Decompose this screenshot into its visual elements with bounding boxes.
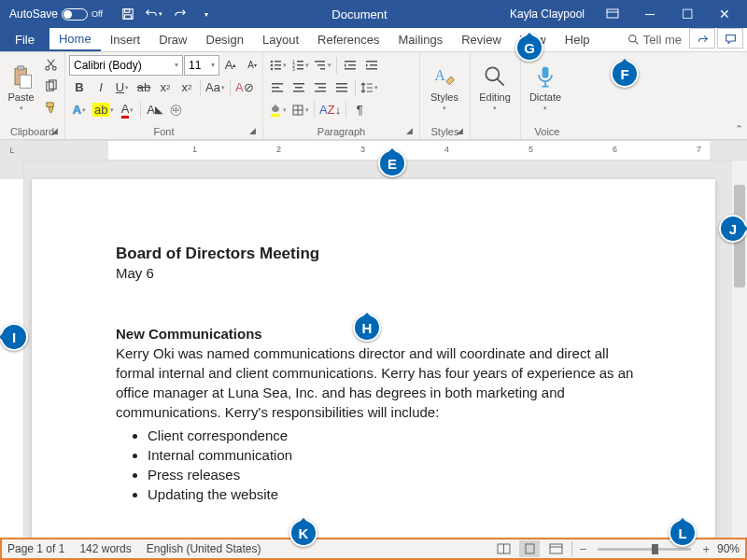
italic-icon[interactable]: I (91, 77, 111, 98)
redo-icon[interactable] (168, 3, 192, 25)
svg-rect-37 (295, 87, 303, 89)
group-paragraph: 123 AZ↓ ¶ Para (263, 52, 420, 139)
line-spacing-icon[interactable] (359, 77, 380, 98)
svg-rect-26 (320, 68, 325, 70)
superscript-icon[interactable]: x2 (176, 77, 197, 98)
svg-rect-27 (345, 61, 356, 63)
borders-icon[interactable] (289, 100, 311, 120)
bullets-icon[interactable] (267, 55, 289, 76)
group-label-font: Font (69, 126, 259, 139)
paragraph-launcher-icon[interactable]: ◢ (406, 126, 417, 137)
svg-rect-44 (336, 91, 347, 92)
align-right-icon[interactable] (310, 77, 331, 98)
paste-button[interactable]: Paste ▾ (4, 54, 38, 121)
svg-rect-25 (317, 64, 325, 66)
subscript-icon[interactable]: x2 (155, 77, 176, 98)
tab-help[interactable]: Help (556, 28, 599, 51)
horizontal-ruler[interactable]: L 1 2 3 4 5 6 7 (0, 140, 747, 161)
save-icon[interactable] (116, 3, 140, 25)
ribbon-display-icon[interactable] (594, 0, 631, 28)
doc-body: Kerry Oki was named communications direc… (116, 343, 641, 422)
zoom-in-button[interactable]: + (700, 542, 712, 556)
character-shading-icon[interactable]: A◣ (144, 100, 164, 120)
status-page[interactable]: Page 1 of 1 (7, 542, 64, 555)
shading-icon[interactable] (267, 100, 289, 120)
svg-rect-29 (345, 68, 356, 70)
maximize-button[interactable]: ☐ (669, 0, 706, 28)
svg-rect-51 (526, 544, 534, 553)
enclose-icon[interactable]: ㊥ (165, 100, 186, 120)
svg-point-8 (45, 66, 49, 70)
autosave-toggle[interactable]: AutoSave Off (4, 7, 108, 21)
text-effects-icon[interactable]: A (69, 100, 90, 120)
show-marks-icon[interactable]: ¶ (349, 100, 370, 120)
clipboard-launcher-icon[interactable]: ◢ (51, 126, 63, 137)
document-area: 1 Board of Directors Meeting May 6 New C… (0, 161, 747, 538)
status-words[interactable]: 142 words (79, 542, 131, 555)
align-left-icon[interactable] (267, 77, 288, 98)
clear-formatting-icon[interactable]: A⊘ (233, 77, 256, 98)
copy-icon[interactable] (40, 76, 61, 96)
print-layout-icon[interactable] (519, 540, 540, 557)
justify-icon[interactable] (331, 77, 352, 98)
zoom-out-button[interactable]: − (578, 542, 589, 556)
font-launcher-icon[interactable]: ◢ (249, 126, 261, 137)
tab-file[interactable]: File (0, 28, 49, 51)
highlight-icon[interactable]: ab (91, 100, 116, 120)
grow-font-icon[interactable]: A▴ (220, 55, 241, 76)
svg-rect-49 (543, 67, 549, 78)
styles-button[interactable]: A Styles ▾ (424, 54, 465, 121)
font-name-combo[interactable]: Calibri (Body)▾ (69, 55, 183, 76)
shrink-font-icon[interactable]: A▾ (242, 55, 262, 76)
web-layout-icon[interactable] (545, 540, 566, 557)
svg-rect-2 (124, 15, 131, 19)
tell-me-search[interactable]: Tell me (620, 28, 689, 51)
strikethrough-icon[interactable]: ab (134, 77, 154, 98)
share-button[interactable] (689, 28, 715, 49)
align-center-icon[interactable] (289, 77, 309, 98)
styles-launcher-icon[interactable]: ◢ (457, 126, 468, 137)
svg-rect-23 (297, 68, 303, 70)
tab-design[interactable]: Design (197, 28, 253, 51)
tab-review[interactable]: Review (452, 28, 511, 51)
user-name[interactable]: Kayla Claypool (500, 7, 594, 21)
svg-rect-32 (366, 68, 377, 70)
font-size-combo[interactable]: 11▾ (184, 55, 219, 76)
tab-draw[interactable]: Draw (149, 28, 196, 51)
undo-icon[interactable]: ▾ (142, 3, 166, 25)
underline-icon[interactable]: U (112, 77, 133, 98)
cut-icon[interactable] (40, 54, 61, 75)
font-color-icon[interactable]: A (117, 100, 137, 120)
increase-indent-icon[interactable] (361, 55, 382, 76)
comments-button[interactable] (717, 28, 743, 49)
document-page[interactable]: Board of Directors Meeting May 6 New Com… (32, 179, 715, 538)
svg-rect-19 (297, 61, 303, 63)
read-mode-icon[interactable] (493, 540, 514, 557)
collapse-ribbon-icon[interactable]: ⌃ (735, 123, 743, 135)
editing-button[interactable]: Editing ▾ (474, 54, 515, 121)
svg-rect-40 (318, 87, 326, 89)
status-language[interactable]: English (United States) (147, 542, 261, 555)
qat-customize-icon[interactable]: ▾ (194, 3, 218, 25)
tab-insert[interactable]: Insert (101, 28, 150, 51)
tab-home[interactable]: Home (49, 28, 101, 51)
svg-rect-34 (272, 87, 279, 89)
tab-references[interactable]: References (308, 28, 388, 51)
dictate-button[interactable]: Dictate ▾ (525, 54, 566, 121)
zoom-slider[interactable] (598, 548, 691, 551)
group-clipboard: Paste ▾ Clipboard ◢ (0, 52, 65, 139)
numbering-icon[interactable]: 123 (289, 55, 311, 76)
change-case-icon[interactable]: Aa (204, 77, 227, 98)
bold-icon[interactable]: B (69, 77, 90, 98)
sort-icon[interactable]: AZ↓ (317, 100, 343, 120)
tab-mailings[interactable]: Mailings (389, 28, 453, 51)
multilevel-list-icon[interactable] (312, 55, 333, 76)
svg-point-9 (52, 66, 56, 70)
svg-rect-30 (366, 61, 377, 63)
decrease-indent-icon[interactable] (340, 55, 360, 76)
tab-layout[interactable]: Layout (253, 28, 308, 51)
format-painter-icon[interactable] (40, 97, 61, 118)
close-button[interactable]: ✕ (706, 0, 743, 28)
zoom-level[interactable]: 90% (717, 542, 740, 555)
minimize-button[interactable]: ─ (631, 0, 669, 28)
